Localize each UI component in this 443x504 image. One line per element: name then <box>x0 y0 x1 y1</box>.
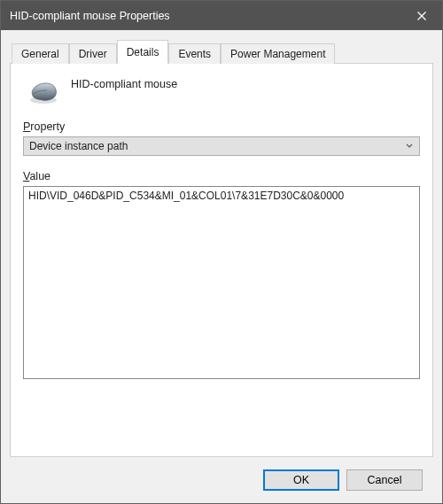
tab-events[interactable]: Events <box>168 43 221 64</box>
value-item[interactable]: HID\VID_046D&PID_C534&MI_01&COL01\7&31E7… <box>28 190 415 202</box>
property-label: Property <box>23 120 420 133</box>
dialog-footer: OK Cancel <box>10 457 433 503</box>
chevron-down-icon <box>405 142 414 151</box>
ok-button[interactable]: OK <box>263 469 339 491</box>
property-dropdown-value: Device instance path <box>29 140 405 152</box>
dialog-body: General Driver Details Events Power Mana… <box>1 30 442 503</box>
value-label: Value <box>23 170 420 182</box>
close-button[interactable] <box>401 1 442 30</box>
tab-power-management[interactable]: Power Management <box>221 43 335 64</box>
close-icon <box>417 12 426 20</box>
device-header: HID-compliant mouse <box>23 76 420 105</box>
device-name: HID-compliant mouse <box>71 76 177 90</box>
window-title: HID-compliant mouse Properties <box>10 10 401 22</box>
cancel-button[interactable]: Cancel <box>346 469 423 491</box>
tab-general[interactable]: General <box>12 43 69 64</box>
tab-details[interactable]: Details <box>117 40 169 64</box>
tab-panel-details: HID-compliant mouse Property Device inst… <box>10 63 433 457</box>
value-listbox[interactable]: HID\VID_046D&PID_C534&MI_01&COL01\7&31E7… <box>23 186 420 379</box>
tab-driver[interactable]: Driver <box>69 43 117 64</box>
property-dropdown[interactable]: Device instance path <box>23 136 420 156</box>
properties-window: HID-compliant mouse Properties General D… <box>0 0 443 504</box>
mouse-icon <box>27 80 60 105</box>
tab-strip: General Driver Details Events Power Mana… <box>12 39 433 63</box>
titlebar[interactable]: HID-compliant mouse Properties <box>1 1 442 30</box>
